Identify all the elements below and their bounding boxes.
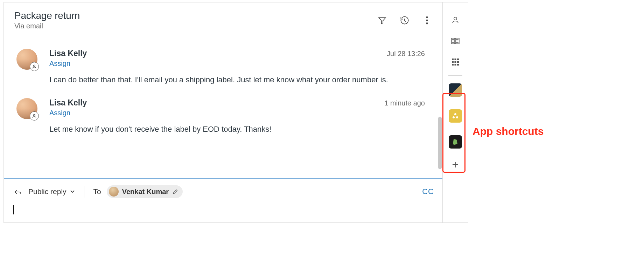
svg-point-2 (426, 22, 428, 24)
sender-name[interactable]: Lisa Kelly (49, 98, 87, 108)
svg-point-17 (456, 116, 458, 118)
edit-icon (172, 188, 178, 195)
reply-toolbar: Public reply To Venkat Kumar CC (13, 185, 434, 198)
recipient-chip[interactable]: Venkat Kumar (107, 185, 183, 198)
message: Lisa Kelly 1 minute ago Assign Let me kn… (4, 85, 442, 135)
chevron-down-icon (70, 190, 75, 193)
person-badge-icon (30, 62, 39, 71)
svg-point-5 (454, 17, 457, 20)
message-timestamp: Jul 28 13:26 (387, 50, 427, 58)
filter-icon[interactable] (377, 15, 387, 25)
message-timestamp: 1 minute ago (384, 99, 427, 107)
more-icon[interactable] (422, 15, 432, 25)
reply-box: Public reply To Venkat Kumar CC (4, 178, 442, 222)
reply-type-label: Public reply (28, 187, 66, 196)
message-text: I can do better than that. I'll email yo… (49, 74, 427, 85)
cc-button[interactable]: CC (422, 187, 434, 196)
svg-rect-10 (455, 61, 456, 63)
avatar[interactable] (16, 49, 37, 70)
header-actions (377, 15, 432, 25)
history-icon[interactable] (400, 15, 410, 25)
svg-rect-14 (457, 64, 459, 66)
svg-point-4 (34, 114, 35, 116)
reply-arrow-icon (13, 187, 23, 197)
rail-divider (448, 75, 462, 76)
reply-input[interactable] (13, 205, 434, 219)
assign-link[interactable]: Assign (49, 60, 70, 68)
svg-point-15 (454, 113, 456, 115)
ticket-panel: Package return Via email (4, 2, 468, 223)
assign-link[interactable]: Assign (49, 109, 70, 117)
message-body: Lisa Kelly 1 minute ago Assign Let me kn… (49, 98, 427, 135)
reply-type-dropdown[interactable]: Public reply (28, 187, 75, 196)
svg-point-1 (426, 19, 428, 21)
recipient-name: Venkat Kumar (122, 188, 169, 196)
svg-rect-12 (452, 64, 454, 66)
divider (84, 186, 84, 198)
profile-icon[interactable] (450, 15, 460, 25)
ticket-via: Via email (14, 22, 80, 30)
svg-rect-11 (457, 61, 459, 63)
main-column: Package return Via email (4, 2, 443, 222)
svg-rect-13 (455, 64, 456, 66)
add-app-icon[interactable] (450, 160, 460, 170)
scrollbar[interactable] (438, 117, 442, 169)
message-body: Lisa Kelly Jul 28 13:26 Assign I can do … (49, 49, 427, 85)
svg-point-3 (34, 65, 35, 67)
svg-rect-6 (452, 59, 454, 60)
svg-point-16 (453, 116, 455, 118)
knowledge-icon[interactable] (450, 36, 460, 46)
svg-rect-8 (457, 59, 459, 60)
svg-point-0 (426, 16, 428, 18)
app-shortcut-2[interactable] (449, 109, 462, 123)
apps-grid-icon[interactable] (450, 57, 460, 67)
to-label: To (93, 187, 101, 196)
side-rail (443, 2, 468, 222)
app-shortcut-3[interactable] (449, 135, 462, 149)
header-text: Package return Via email (14, 10, 80, 30)
message: Lisa Kelly Jul 28 13:26 Assign I can do … (4, 36, 442, 85)
avatar[interactable] (16, 98, 37, 119)
sender-name[interactable]: Lisa Kelly (49, 49, 87, 58)
ticket-title: Package return (14, 10, 80, 21)
svg-rect-9 (452, 61, 454, 63)
app-shortcut-1[interactable] (449, 83, 462, 97)
annotation-label: App shortcuts (472, 125, 544, 137)
recipient-avatar (109, 187, 119, 197)
message-text: Let me know if you don't receive the lab… (49, 123, 427, 135)
messages-list[interactable]: Lisa Kelly Jul 28 13:26 Assign I can do … (4, 36, 442, 178)
person-badge-icon (30, 111, 39, 121)
ticket-header: Package return Via email (4, 2, 442, 36)
svg-rect-7 (455, 59, 456, 60)
